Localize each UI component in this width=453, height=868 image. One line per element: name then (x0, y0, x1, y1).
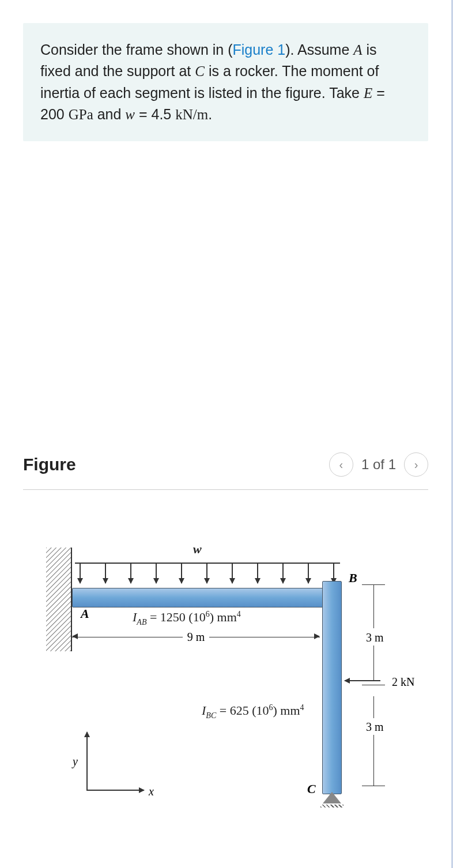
load-arrow-icon (206, 564, 207, 583)
figure-header: Figure ‹ 1 of 1 › (23, 452, 428, 490)
dim-tick (362, 685, 385, 685)
dim-tick (362, 786, 385, 786)
beam-bc (322, 581, 342, 794)
load-arrow-icon (257, 564, 258, 583)
x-axis-label: x (149, 785, 154, 798)
coordinate-axes-icon: y x (69, 732, 144, 807)
force-label: 2 kN (392, 675, 414, 689)
load-arrow-icon (105, 564, 106, 583)
point-a-label: A (81, 606, 89, 621)
dim-line (373, 735, 374, 786)
problem-text: ). Assume (285, 41, 353, 58)
load-arrow-icon (156, 564, 157, 583)
prev-figure-button[interactable]: ‹ (329, 452, 353, 477)
eq-unit: GPa (69, 107, 93, 122)
figure-nav: ‹ 1 of 1 › (329, 452, 428, 477)
dim-line (373, 584, 374, 628)
load-arrow-icon (80, 564, 81, 583)
y-axis-label: y (73, 755, 78, 768)
problem-text: and (93, 106, 126, 122)
load-arrow-icon (282, 564, 284, 583)
eq-unit: kN/m (175, 107, 208, 122)
next-figure-button[interactable]: › (404, 452, 428, 477)
chevron-right-icon: › (414, 458, 418, 471)
problem-statement: Consider the frame shown in (Figure 1). … (23, 23, 428, 141)
point-c-label: C (307, 782, 316, 797)
dimension-3m-bot: 3 m (366, 720, 384, 734)
load-w-label: w (193, 542, 202, 557)
beam-ab (72, 588, 337, 607)
figure-diagram: w A B C IAB = 1250 (106) mm4 9 m 3 m 3 m (23, 519, 426, 818)
distributed-load-line (75, 563, 340, 564)
figure-link[interactable]: Figure 1 (232, 41, 285, 58)
point-b-label: B (349, 571, 357, 586)
dim-arrow-icon (314, 633, 320, 639)
problem-text: Consider the frame shown in ( (40, 41, 232, 58)
fixed-wall-icon (46, 548, 72, 651)
var-A: A (353, 42, 362, 58)
var-E: E (364, 85, 372, 101)
load-arrow-icon (232, 564, 233, 583)
var-w: w (125, 107, 135, 122)
inertia-ab-label: IAB = 1250 (106) mm4 (133, 610, 241, 627)
eq-val: = 4.5 (135, 106, 175, 122)
dim-line (373, 696, 374, 718)
load-arrow-icon (181, 564, 182, 583)
load-arrow-icon (333, 564, 334, 583)
var-C: C (195, 63, 205, 79)
problem-text: . (208, 106, 212, 122)
figure-title: Figure (23, 455, 76, 474)
dimension-9m: 9 m (72, 630, 320, 644)
load-arrow-icon (308, 564, 309, 583)
dim-line (373, 646, 374, 681)
force-arrow-icon (345, 680, 380, 681)
inertia-bc-label: IBC = 625 (106) mm4 (202, 703, 304, 720)
svg-rect-1 (46, 548, 72, 651)
rocker-support-icon (323, 792, 341, 810)
dimension-3m-top: 3 m (366, 631, 384, 644)
chevron-left-icon: ‹ (339, 458, 343, 471)
figure-counter: 1 of 1 (361, 456, 396, 473)
dim-arrow-icon (72, 633, 78, 639)
load-arrow-icon (130, 564, 131, 583)
